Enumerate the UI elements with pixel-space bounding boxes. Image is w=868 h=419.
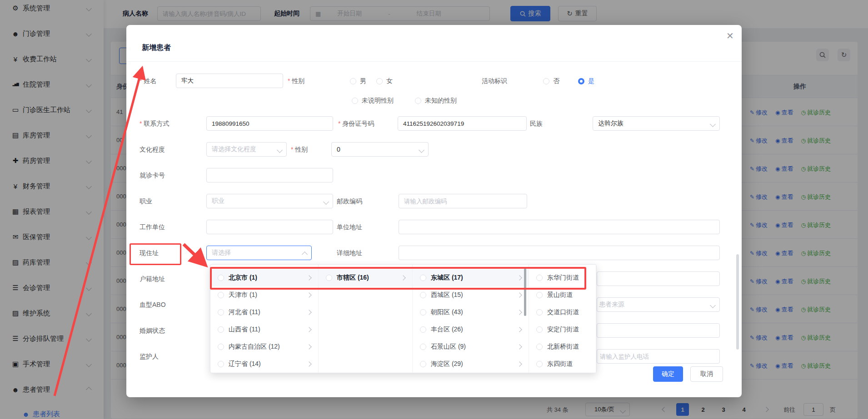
radio-icon[interactable] — [536, 275, 543, 281]
cascader-option-label: 丰台区 (26) — [431, 325, 463, 334]
work-unit-label: 工作单位 — [140, 222, 165, 232]
chevron-right-icon — [306, 275, 311, 280]
radio-icon[interactable] — [415, 98, 421, 104]
cascader-option-label: 景山街道 — [547, 291, 573, 299]
active-flag-yes-radio[interactable]: 是 — [578, 77, 594, 85]
address-cascader-panel: 北京市 (1)天津市 (1)河北省 (11)山西省 (11)内蒙古自治区 (12… — [210, 264, 597, 373]
radio-icon[interactable] — [420, 361, 426, 367]
close-icon[interactable]: ✕ — [724, 29, 736, 43]
work-unit-input[interactable] — [206, 220, 333, 234]
radio-icon[interactable] — [420, 326, 426, 333]
radio-icon[interactable] — [420, 292, 426, 298]
cascader-option[interactable]: 内蒙古自治区 (12) — [210, 338, 318, 355]
add-patient-modal: 新增患者 ✕ 姓名 性别 男 女 活动标识 否 是 未说明性别 未知的性别 联系… — [126, 25, 742, 397]
cascader-option[interactable]: 东华门街道 — [529, 269, 596, 286]
radio-icon[interactable] — [420, 344, 426, 350]
radio-icon[interactable] — [536, 309, 543, 315]
modal-scrollbar[interactable] — [736, 254, 739, 350]
cascader-option-label: 山西省 (11) — [229, 325, 260, 334]
cascader-option-label: 市辖区 (16) — [337, 274, 369, 282]
radio-icon[interactable] — [218, 275, 224, 281]
gender-male-radio[interactable]: 男 — [350, 77, 366, 85]
chevron-right-icon — [306, 361, 311, 366]
cascader-option[interactable]: 安定门街道 — [529, 321, 596, 338]
cascader-option-label: 东华门街道 — [547, 274, 579, 282]
cascader-option[interactable]: 交道口街道 — [529, 304, 596, 321]
marital-right-input[interactable] — [597, 323, 720, 338]
radio-icon[interactable] — [536, 326, 543, 333]
radio-icon[interactable] — [218, 326, 224, 333]
ethnicity-select[interactable]: 达斡尔族 — [593, 116, 720, 131]
radio-icon[interactable] — [536, 292, 543, 298]
radio-icon[interactable] — [352, 98, 358, 104]
chevron-right-icon — [517, 361, 522, 366]
postal-input[interactable] — [399, 194, 527, 208]
detail-address-input[interactable] — [399, 246, 720, 260]
household-label: 户籍地址 — [140, 274, 165, 284]
radio-icon[interactable] — [326, 275, 332, 281]
cascader-province-column: 北京市 (1)天津市 (1)河北省 (11)山西省 (11)内蒙古自治区 (12… — [210, 265, 319, 373]
radio-icon[interactable] — [350, 78, 356, 84]
radio-icon[interactable] — [543, 78, 549, 84]
id-number-input[interactable] — [398, 116, 527, 131]
radio-icon[interactable] — [376, 78, 383, 84]
radio-icon[interactable] — [536, 361, 543, 367]
gender-unknown-radio[interactable]: 未知的性别 — [415, 97, 457, 105]
gender-unstated-radio[interactable]: 未说明性别 — [352, 97, 394, 105]
cascader-option[interactable]: 辽宁省 (14) — [210, 355, 318, 373]
card-no-input[interactable] — [206, 168, 333, 182]
radio-icon[interactable] — [536, 344, 543, 350]
cascader-option[interactable]: 北京市 (1) — [210, 269, 318, 286]
cancel-button[interactable]: 取消 — [690, 366, 723, 382]
patient-source-select[interactable]: 患者来源 — [597, 297, 720, 312]
confirm-button[interactable]: 确定 — [653, 366, 683, 382]
cascader-option[interactable]: 西城区 (15) — [413, 286, 529, 304]
cascader-option-label: 海淀区 (29) — [431, 360, 463, 368]
radio-icon[interactable] — [218, 361, 224, 367]
cascader-option[interactable]: 天津市 (1) — [210, 286, 318, 304]
cascader-option[interactable]: 河北省 (11) — [210, 304, 318, 321]
chevron-right-icon — [517, 292, 522, 297]
chevron-right-icon — [517, 344, 522, 349]
gender2-select[interactable]: 0 — [331, 142, 429, 157]
radio-icon[interactable] — [420, 275, 426, 281]
chevron-right-icon — [517, 327, 522, 332]
cascader-option[interactable]: 石景山区 (9) — [413, 338, 529, 355]
cascader-option[interactable]: 丰台区 (26) — [413, 321, 529, 338]
chevron-right-icon — [517, 275, 522, 280]
cascader-option-label: 东城区 (17) — [431, 274, 463, 282]
modal-title: 新增患者 — [142, 43, 171, 53]
gender-female-radio[interactable]: 女 — [376, 77, 393, 85]
cascader-scrollbar[interactable] — [524, 268, 526, 316]
cascader-option[interactable]: 市辖区 (16) — [319, 269, 412, 286]
cascader-option[interactable]: 北新桥街道 — [529, 338, 596, 355]
unit-address-input[interactable] — [399, 220, 720, 234]
radio-icon[interactable] — [218, 344, 224, 350]
cascader-option[interactable]: 东城区 (17) — [413, 269, 529, 286]
radio-icon[interactable] — [420, 309, 426, 315]
current-address-label: 现住址 — [140, 248, 159, 258]
detail-address-label: 详细地址 — [337, 248, 362, 258]
chevron-right-icon — [306, 310, 311, 315]
name-label: 姓名 — [140, 76, 156, 86]
radio-selected-icon[interactable] — [578, 78, 584, 84]
cascader-option[interactable]: 朝阳区 (43) — [413, 304, 529, 321]
active-flag-no-radio[interactable]: 否 — [543, 77, 559, 85]
chevron-up-icon — [302, 251, 308, 257]
radio-icon[interactable] — [218, 309, 224, 315]
education-select[interactable]: 请选择文化程度 — [206, 142, 287, 157]
cascader-option[interactable]: 山西省 (11) — [210, 321, 318, 338]
name-input[interactable] — [176, 74, 283, 88]
cascader-option[interactable]: 东四街道 — [529, 355, 596, 373]
occupation-label: 职业 — [140, 196, 152, 206]
chevron-right-icon — [306, 344, 311, 349]
blood-type-label: 血型ABO — [140, 300, 166, 310]
current-address-cascader[interactable]: 请选择 — [206, 246, 312, 260]
household-address-input[interactable] — [597, 271, 720, 286]
guardian-phone-input[interactable] — [597, 349, 720, 364]
radio-icon[interactable] — [218, 292, 224, 298]
contact-input[interactable] — [206, 116, 333, 131]
cascader-option[interactable]: 海淀区 (29) — [413, 355, 529, 373]
occupation-select[interactable]: 职业 — [206, 194, 333, 208]
cascader-option[interactable]: 景山街道 — [529, 286, 596, 304]
